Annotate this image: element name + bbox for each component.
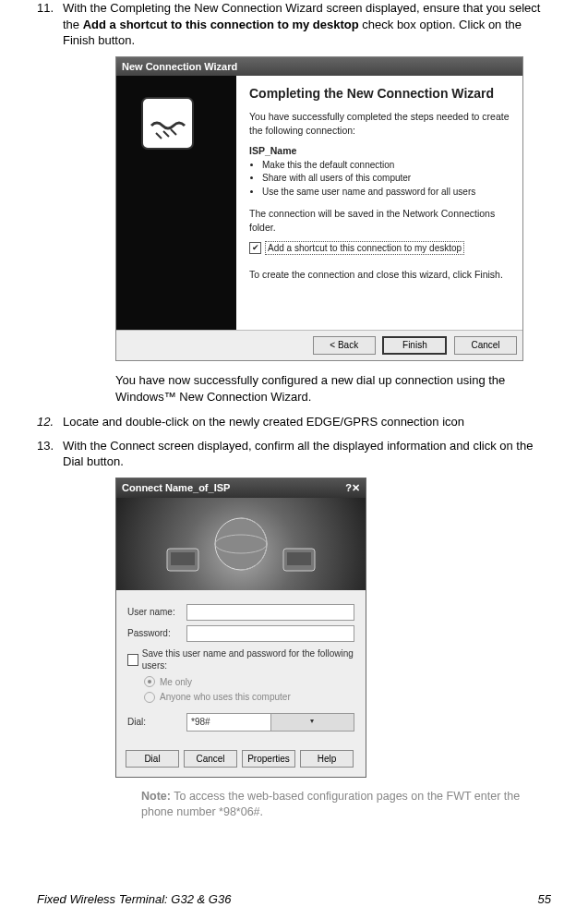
step-11-text: With the Completing the New Connection W… xyxy=(63,1,540,47)
add-shortcut-checkbox[interactable]: ✔ xyxy=(249,242,261,254)
wizard-bullet: Share with all users of this computer xyxy=(262,172,510,185)
step-12-text: Locate and double-click on the newly cre… xyxy=(63,415,464,429)
password-label: Password: xyxy=(127,627,186,640)
radio-anyone-button[interactable] xyxy=(144,692,155,703)
svg-rect-0 xyxy=(142,98,193,149)
wizard-button-row: < Back Finish Cancel xyxy=(116,330,522,360)
back-button[interactable]: < Back xyxy=(313,336,376,355)
radio-anyone: Anyone who uses this computer xyxy=(144,691,354,704)
connect-help-button[interactable]: Help xyxy=(300,750,354,768)
dial-label: Dial: xyxy=(127,716,186,729)
username-label: User name: xyxy=(127,606,186,619)
radio-me-only: Me only xyxy=(144,676,354,689)
globe-computers-icon xyxy=(149,502,333,586)
connect-title: Connect Name_of_ISP xyxy=(122,481,230,495)
help-titlebar-button[interactable]: ? xyxy=(345,481,352,495)
wizard-line1: You have successfully completed the step… xyxy=(249,110,510,136)
step-number-12: 12. xyxy=(37,414,54,430)
wizard-bullets: Make this the default connection Share w… xyxy=(262,159,510,199)
save-credentials-checkbox[interactable] xyxy=(127,654,138,666)
page-footer: Fixed Wireless Terminal: G32 & G36 55 xyxy=(37,891,551,908)
connect-dialog: Connect Name_of_ISP ? ✕ User name: xyxy=(115,478,366,778)
connect-cancel-button[interactable]: Cancel xyxy=(184,750,237,768)
wizard-title: New Connection Wizard xyxy=(122,60,237,74)
radio-me-only-label: Me only xyxy=(160,676,192,689)
close-titlebar-button[interactable]: ✕ xyxy=(352,481,360,495)
wizard-sidebar-graphic xyxy=(116,76,236,330)
username-input[interactable] xyxy=(186,604,354,621)
step-13-text: With the Connect screen displayed, confi… xyxy=(63,439,533,469)
connect-button-row: Dial Cancel Properties Help xyxy=(116,744,366,778)
footer-right: 55 xyxy=(538,891,551,908)
cancel-button[interactable]: Cancel xyxy=(454,336,517,355)
step-number-13: 13. xyxy=(37,438,54,454)
note-label: Note: xyxy=(141,790,171,803)
save-credentials-label: Save this user name and password for the… xyxy=(142,647,354,672)
wizard-titlebar: New Connection Wizard xyxy=(116,57,522,77)
post-wizard-text: You have now successfully configured a n… xyxy=(115,372,537,405)
dial-button[interactable]: Dial xyxy=(126,750,179,768)
connect-titlebar: Connect Name_of_ISP ? ✕ xyxy=(116,478,366,498)
dial-combo[interactable]: *98# ▾ xyxy=(186,713,354,732)
step-11-bold: Add a shortcut to this connection to my … xyxy=(83,18,359,31)
note-text: To access the web-based configuration pa… xyxy=(141,790,520,818)
finish-button[interactable]: Finish xyxy=(382,336,447,355)
new-connection-wizard-window: New Connection Wizard Completing the New… xyxy=(115,56,523,361)
dial-value: *98# xyxy=(187,716,270,729)
wizard-line2: The connection will be saved in the Netw… xyxy=(249,207,510,233)
wizard-bullet: Use the same user name and password for … xyxy=(262,186,510,199)
properties-button[interactable]: Properties xyxy=(242,750,295,768)
svg-rect-6 xyxy=(287,552,311,565)
add-shortcut-label: Add a shortcut to this connection to my … xyxy=(265,241,464,256)
connect-hero-graphic xyxy=(116,498,366,590)
footer-left: Fixed Wireless Terminal: G32 & G36 xyxy=(37,891,231,908)
wizard-heading: Completing the New Connection Wizard xyxy=(249,85,510,103)
chevron-down-icon[interactable]: ▾ xyxy=(270,714,354,731)
wizard-line3: To create the connection and close this … xyxy=(249,268,510,281)
password-input[interactable] xyxy=(186,625,354,642)
handshake-icon xyxy=(133,89,216,172)
radio-me-only-button[interactable] xyxy=(144,676,155,687)
radio-anyone-label: Anyone who uses this computer xyxy=(160,691,291,704)
wizard-isp-name: ISP_Name xyxy=(249,144,510,157)
note-block: Note: To access the web-based configurat… xyxy=(141,789,533,820)
wizard-bullet: Make this the default connection xyxy=(262,159,510,172)
svg-rect-4 xyxy=(171,552,195,565)
step-number-11: 11. xyxy=(37,0,54,17)
